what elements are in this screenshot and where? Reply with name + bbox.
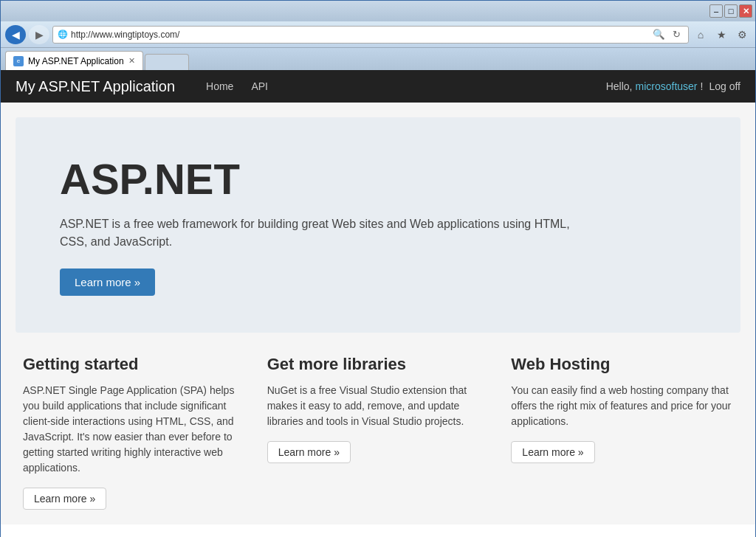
toolbar: ◀ ▶ 🌐 http://www.wingtiptoys.com/ 🔍 ↻ ⌂ … (1, 21, 755, 48)
card-hosting: Web Hosting You can easily find a web ho… (511, 355, 733, 510)
tab-bar: e My ASP.NET Application ✕ (1, 48, 755, 70)
close-button[interactable]: ✕ (739, 4, 752, 18)
hero-description: ASP.NET is a free web framework for buil… (60, 215, 577, 251)
nav-links: Home API (197, 70, 277, 103)
settings-button[interactable]: ⚙ (733, 26, 751, 44)
url-text: http://www.wingtiptoys.com/ (71, 30, 648, 40)
hero-section: ASP.NET ASP.NET is a free web framework … (16, 117, 740, 333)
main-content: ASP.NET ASP.NET is a free web framework … (1, 103, 755, 524)
tab-close-button[interactable]: ✕ (128, 56, 135, 66)
card-2-learn-more-button[interactable]: Learn more » (511, 441, 594, 463)
logout-link[interactable]: Log off (709, 80, 740, 92)
card-2-title: Web Hosting (511, 355, 733, 374)
card-1-title: Get more libraries (267, 355, 489, 374)
app-navbar: My ASP.NET Application Home API Hello, m… (1, 70, 755, 103)
nav-api[interactable]: API (242, 70, 277, 103)
exclamation: ! (701, 80, 704, 92)
home-button[interactable]: ⌂ (692, 26, 709, 44)
tab-title: My ASP.NET Application (28, 56, 124, 66)
forward-button[interactable]: ▶ (29, 25, 49, 44)
card-0-learn-more-button[interactable]: Learn more » (23, 488, 106, 510)
tab-favicon: e (13, 56, 24, 66)
cards-section: Getting started ASP.NET Single Page Appl… (16, 355, 740, 510)
nav-home[interactable]: Home (197, 70, 242, 103)
card-2-desc: You can easily find a web hosting compan… (511, 383, 733, 429)
card-1-desc: NuGet is a free Visual Studio extension … (267, 383, 489, 429)
greeting-text: Hello, (606, 80, 633, 92)
hero-title: ASP.NET (60, 154, 696, 204)
address-bar[interactable]: 🌐 http://www.wingtiptoys.com/ 🔍 ↻ (52, 26, 689, 44)
maximize-button[interactable]: □ (724, 4, 738, 18)
title-bar: – □ ✕ (1, 1, 755, 21)
card-0-desc: ASP.NET Single Page Application (SPA) he… (23, 383, 245, 476)
nav-right: Hello, microsoftuser ! Log off (606, 80, 740, 92)
hero-learn-more-button[interactable]: Learn more » (60, 268, 155, 296)
card-libraries: Get more libraries NuGet is a free Visua… (267, 355, 489, 510)
card-0-title: Getting started (23, 355, 245, 374)
username-link[interactable]: microsoftuser (636, 80, 698, 92)
new-tab[interactable] (145, 54, 189, 70)
active-tab[interactable]: e My ASP.NET Application ✕ (5, 51, 143, 70)
card-getting-started: Getting started ASP.NET Single Page Appl… (23, 355, 245, 510)
minimize-button[interactable]: – (709, 4, 723, 18)
address-icon: 🌐 (58, 30, 68, 39)
card-1-learn-more-button[interactable]: Learn more » (267, 441, 351, 463)
app-title: My ASP.NET Application (16, 78, 175, 95)
back-button[interactable]: ◀ (5, 25, 26, 44)
refresh-button[interactable]: ↻ (669, 27, 684, 42)
favorites-button[interactable]: ★ (712, 26, 730, 44)
address-search-button[interactable]: 🔍 (651, 27, 666, 42)
content-wrapper: My ASP.NET Application Home API Hello, m… (1, 70, 755, 537)
browser-window: – □ ✕ ◀ ▶ 🌐 http://www.wingtiptoys.com/ … (0, 0, 756, 537)
